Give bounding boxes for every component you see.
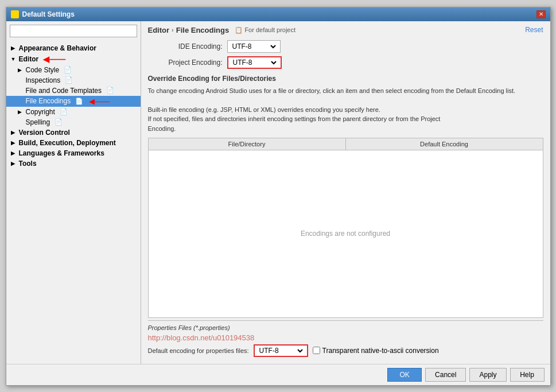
sidebar-item-label: Appearance & Behavior — [19, 44, 96, 52]
transparent-conversion-checkbox[interactable] — [313, 347, 320, 354]
table-col-encoding: Default Encoding — [346, 138, 543, 150]
properties-encoding-select[interactable]: UTF-8 UTF-16 ISO-8859-1 — [257, 346, 305, 355]
dialog-title: Default Settings — [22, 10, 75, 18]
breadcrumb-file-encodings: File Encodings — [176, 26, 229, 34]
project-encoding-select[interactable]: UTF-8 UTF-16 ISO-8859-1 — [231, 58, 278, 67]
transparent-conversion-area: Transparent native-to-ascii conversion — [313, 347, 439, 355]
table-header: File/Directory Default Encoding — [149, 138, 543, 150]
sidebar-item-tools[interactable]: Tools — [6, 158, 141, 169]
sidebar-item-label: Tools — [19, 160, 37, 168]
sidebar-item-label: Inspections — [26, 76, 61, 84]
arrow-icon — [18, 109, 24, 115]
override-section-title: Override Encoding for Files/Directories — [148, 75, 543, 83]
sidebar-item-appearance[interactable]: Appearance & Behavior — [6, 43, 141, 53]
help-button[interactable]: Help — [510, 368, 545, 382]
breadcrumb-bar: Editor › File Encodings 📋 For default pr… — [148, 26, 543, 34]
main-content: Editor › File Encodings 📋 For default pr… — [141, 21, 550, 364]
sidebar-item-label: Version Control — [19, 129, 70, 137]
breadcrumb: Editor › File Encodings 📋 For default pr… — [148, 26, 296, 34]
breadcrumb-editor: Editor — [148, 26, 170, 34]
sidebar-item-file-encodings[interactable]: File Encodings 📄 ◀—— — [6, 96, 141, 107]
arrow-icon — [11, 45, 17, 51]
empty-message: Encodings are not configured — [301, 230, 390, 238]
bottom-encoding-row: Default encoding for properties files: U… — [148, 344, 543, 357]
sidebar-item-spelling[interactable]: Spelling 📄 — [6, 117, 141, 127]
table-body-empty: Encodings are not configured — [149, 150, 543, 317]
breadcrumb-sub: 📋 For default project — [231, 26, 296, 34]
cancel-button[interactable]: Cancel — [425, 368, 466, 382]
ide-encoding-row: IDE Encoding: UTF-8 UTF-16 ISO-8859-1 — [148, 40, 543, 53]
sidebar-item-version-control[interactable]: Version Control — [6, 127, 141, 138]
close-button[interactable]: ✕ — [536, 10, 546, 18]
arrow-icon — [11, 161, 17, 166]
sidebar-item-editor[interactable]: Editor ◀—— — [6, 53, 141, 65]
transparent-conversion-label: Transparent native-to-ascii conversion — [322, 347, 439, 355]
sidebar-item-label: File and Code Templates — [26, 87, 102, 95]
default-settings-dialog: Default Settings ✕ Appearance & Behavior… — [6, 7, 551, 386]
project-encoding-row: Project Encoding: UTF-8 UTF-16 ISO-8859-… — [148, 56, 543, 69]
sidebar-item-label: Build, Execution, Deployment — [19, 139, 116, 147]
apply-button[interactable]: Apply — [469, 368, 506, 382]
project-encoding-select-container[interactable]: UTF-8 UTF-16 ISO-8859-1 — [227, 56, 282, 69]
ide-encoding-select[interactable]: UTF-8 UTF-16 ISO-8859-1 — [230, 42, 278, 51]
sidebar-item-label: Languages & Frameworks — [19, 149, 104, 157]
ide-encoding-label: IDE Encoding: — [148, 42, 223, 51]
title-bar: Default Settings ✕ — [6, 7, 550, 21]
dialog-body: Appearance & Behavior Editor ◀—— Code St… — [6, 21, 550, 364]
search-input[interactable] — [10, 25, 137, 37]
sidebar-tree: Appearance & Behavior Editor ◀—— Code St… — [6, 41, 141, 364]
sidebar-item-build[interactable]: Build, Execution, Deployment — [6, 138, 141, 148]
sidebar-item-copyright[interactable]: Copyright 📄 — [6, 107, 141, 117]
arrow-icon — [11, 150, 17, 156]
arrow-icon — [11, 140, 17, 146]
sidebar-item-label: Editor — [19, 55, 39, 63]
arrow-icon — [11, 56, 17, 62]
sidebar-item-code-style[interactable]: Code Style 📄 — [6, 65, 141, 75]
table-col-file: File/Directory — [149, 138, 346, 150]
footer: OK Cancel Apply Help — [6, 364, 550, 385]
annotation-arrow: ◀—— — [43, 55, 65, 64]
sidebar-item-inspections[interactable]: Inspections 📄 — [6, 75, 141, 86]
arrow-icon — [11, 130, 17, 135]
properties-encoding-select-container[interactable]: UTF-8 UTF-16 ISO-8859-1 — [254, 344, 308, 357]
sidebar-item-label: File Encodings — [26, 97, 71, 105]
ok-button[interactable]: OK — [387, 368, 422, 382]
bottom-section: Properties Files (*.properties) http://b… — [148, 320, 543, 359]
encodings-table: File/Directory Default Encoding Encoding… — [148, 138, 543, 318]
sidebar: Appearance & Behavior Editor ◀—— Code St… — [6, 21, 141, 364]
sidebar-item-label: Code Style — [26, 66, 60, 74]
watermark-text: http://blog.csdn.net/u010194538 — [148, 333, 543, 342]
sidebar-item-label: Copyright — [26, 108, 55, 116]
reset-link[interactable]: Reset — [525, 26, 543, 34]
arrow-icon — [18, 67, 24, 73]
title-bar-left: Default Settings — [11, 10, 75, 18]
sidebar-item-file-code-templates[interactable]: File and Code Templates 📄 — [6, 86, 141, 96]
sidebar-item-label: Spelling — [26, 118, 50, 126]
ide-encoding-select-container[interactable]: UTF-8 UTF-16 ISO-8859-1 — [227, 40, 281, 53]
sidebar-item-languages[interactable]: Languages & Frameworks — [6, 148, 141, 158]
default-encoding-label: Default encoding for properties files: — [148, 347, 249, 354]
app-icon — [11, 10, 19, 18]
properties-label: Properties Files (*.properties) — [148, 324, 543, 331]
override-description: To change encoding Android Studio uses f… — [148, 86, 543, 134]
project-encoding-label: Project Encoding: — [148, 59, 223, 67]
breadcrumb-separator: › — [172, 26, 174, 33]
